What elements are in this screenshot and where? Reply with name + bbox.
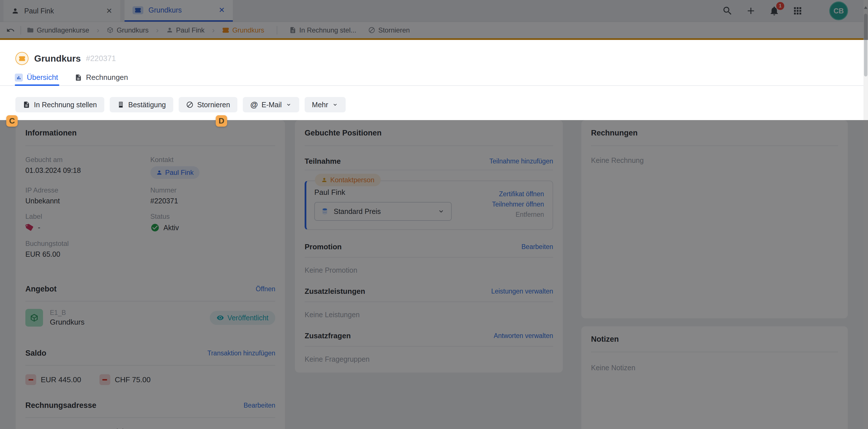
tab-label: Rechnungen [86,73,128,82]
active-tab-underline [15,84,59,86]
more-button[interactable]: Mehr [305,97,346,112]
window-tab-paul-fink[interactable]: Paul Fink ✕ [3,0,120,22]
receipt-icon [117,101,125,108]
edit-promotion-link[interactable]: Bearbeiten [522,243,553,251]
chip-label: Kontaktperson [330,176,374,184]
cancel-button[interactable]: Stornieren [179,97,237,112]
confirmation-button[interactable]: Bestätigung [110,97,173,112]
button-label: In Rechnung stellen [34,101,97,109]
avatar[interactable]: CB [829,1,848,20]
annotation-marker-c[interactable]: C [6,115,18,127]
contact-chip[interactable]: Paul Fink [151,166,199,179]
breadcrumb-action-stornieren[interactable]: Stornieren [368,26,410,34]
empty-services: Keine Leistungen [305,311,553,319]
page-title: Grundkurs [34,53,81,64]
field-value: #220371 [151,197,276,205]
contact-person-chip: Kontaktperson [315,174,381,186]
divider [25,365,275,366]
breadcrumb-action-invoice[interactable]: In Rechnung stel... [289,26,356,34]
person-icon [156,169,162,176]
invoice-button[interactable]: In Rechnung stellen [16,97,104,112]
add-transaction-link[interactable]: Transaktion hinzufügen [208,349,275,357]
breadcrumb-item-grundkurs[interactable]: Grundkurs [106,26,149,34]
invoice-doc-icon [23,101,30,108]
divider [305,346,553,347]
scrollbar-up-icon[interactable] [864,6,867,9]
invoice-icon [75,74,82,81]
person-icon [321,177,328,183]
billing-status-value: Inaktiv [106,428,275,429]
open-certificate-link[interactable]: Zertifikat öffnen [492,190,544,198]
window-tab-label: Paul Fink [24,7,54,15]
scrollbar[interactable] [863,0,868,429]
button-label: Bestätigung [128,101,166,109]
window-topbar: Paul Fink ✕ Grundkurs ✕ 1 CB [0,0,868,22]
section-title: Saldo [25,349,46,358]
check-circle-icon [151,223,160,232]
price-select[interactable]: Standard Preis [314,202,452,221]
document-icon [289,27,297,34]
manage-answers-link[interactable]: Antworten verwalten [494,332,553,340]
breadcrumb-item-paul-fink[interactable]: Paul Fink [166,26,205,34]
close-icon[interactable]: ✕ [106,6,112,16]
subsection-title: Promotion [305,242,342,251]
open-participant-link[interactable]: Teilnehmer öffnen [492,201,544,208]
edit-billing-link[interactable]: Bearbeiten [244,402,275,409]
saldo-eur: EUR 445.00 [25,374,81,385]
divider [25,145,275,146]
chevron-right-icon: › [156,26,159,35]
saldo-amount: CHF 75.00 [115,375,151,384]
field-value: Unbekannt [25,197,151,205]
saldo-amount: EUR 445.00 [41,375,81,384]
offer-code: E1_B [50,309,84,317]
undo-icon[interactable] [6,26,15,34]
breadcrumb-item-grundlagenkurse[interactable]: Grundlagenkurse [27,26,89,34]
remove-link[interactable]: Entfernen [492,211,544,219]
window-tab-grundkurs-active[interactable]: Grundkurs ✕ [125,0,233,22]
close-icon[interactable]: ✕ [219,6,225,15]
tab-uebersicht[interactable]: Übersicht [15,73,58,86]
notifications-button[interactable]: 1 [769,5,780,16]
person-icon [166,27,173,34]
divider [21,26,21,34]
button-label: Stornieren [197,101,230,109]
empty-questions: Keine Fragegruppen [305,355,553,363]
field-label: Kontakt [151,156,276,164]
add-icon[interactable] [745,5,756,16]
manage-services-link[interactable]: Leistungen verwalten [491,288,553,295]
annotation-marker-d[interactable]: D [216,115,227,127]
field-label: Status [151,212,276,221]
apps-grid-icon[interactable] [792,5,803,16]
tab-rechnungen[interactable]: Rechnungen [75,73,128,86]
breadcrumb-item-current[interactable]: Grundkurs [222,26,264,34]
field-label: Gebucht am [25,156,151,164]
minus-icon [25,374,36,385]
search-icon[interactable] [722,5,733,16]
folder-icon [27,27,34,34]
button-label: E-Mail [261,101,282,109]
scrollbar-thumb[interactable] [864,14,867,77]
breadcrumb: Grundlagenkurse › Grundkurs › Paul Fink … [0,22,868,40]
ban-icon [186,101,193,108]
offer-open-link[interactable]: Öffnen [256,285,275,293]
button-label: Mehr [312,101,328,109]
add-participation-link[interactable]: Teilnahme hinzufügen [489,158,553,165]
field-status: Status Aktiv [151,212,276,232]
divider [305,170,553,170]
tabs-border [0,85,868,86]
field-gebucht-am: Gebucht am 01.03.2024 09:18 [25,156,151,179]
chart-icon [15,74,23,82]
field-label: IP Adresse [25,186,151,194]
field-label: Label - [25,212,151,232]
offer-name: Grundkurs [50,318,84,326]
breadcrumb-label: Grundkurs [232,26,264,34]
card-gebuchte-positionen: Gebuchte Positionen Teilnahme Teilnahme … [295,120,563,373]
field-buchungstotal: Buchungstotal EUR 65.00 [25,239,151,258]
breadcrumb-label: Paul Fink [176,26,205,34]
breadcrumb-action-label: Stornieren [378,26,410,34]
billing-status-label: Status [25,428,106,429]
person-icon [11,7,19,15]
contact-name: Paul Fink [165,169,194,177]
email-button[interactable]: @ E-Mail [243,97,299,112]
divider [25,301,275,302]
